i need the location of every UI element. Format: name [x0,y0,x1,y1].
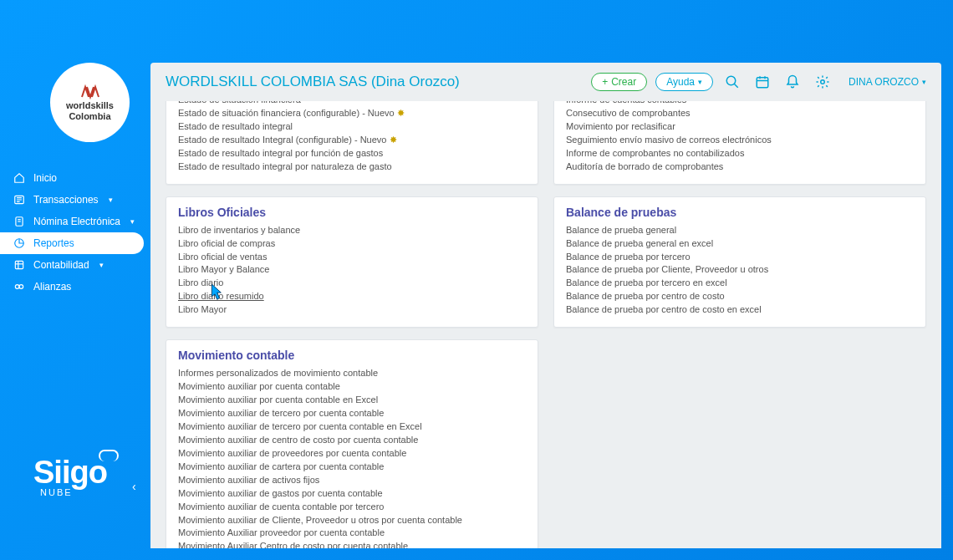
help-button[interactable]: Ayuda ▾ [655,73,713,91]
report-link[interactable]: Movimiento Auxiliar proveedor por cuenta… [178,527,526,540]
report-link[interactable]: Informe de cuentas contables [566,101,914,107]
svg-point-9 [19,285,23,289]
report-link[interactable]: Libro de inventarios y balance [178,224,526,237]
card-list: Informe de cuentas contablesConsecutivo … [566,101,914,174]
report-link-label: Estado de resultado integral [178,121,293,131]
calendar-icon[interactable] [752,71,773,93]
report-link[interactable]: Libro diario resumido [178,290,526,303]
report-link-label: Movimiento auxiliar de gastos por cuenta… [178,488,383,498]
report-link[interactable]: Informes personalizados de movimiento co… [178,367,526,380]
collapse-sidebar-icon[interactable]: ‹ [132,480,136,493]
card-list: Libro de inventarios y balanceLibro ofic… [178,224,526,318]
sidebar-item-label: Alianzas [33,281,71,293]
report-link-label: Libro diario [178,277,223,288]
chevron-down-icon: ▾ [130,217,135,226]
report-card: Balance de pruebasBalance de prueba gene… [553,196,926,328]
report-link[interactable]: Libro oficial de ventas [178,251,526,264]
create-button[interactable]: + Crear [591,73,647,91]
report-link[interactable]: Balance de prueba por centro de costo [566,290,914,303]
sidebar-item-contabilidad[interactable]: Contabilidad▾ [0,254,150,276]
report-link[interactable]: Balance de prueba general en excel [566,237,914,251]
report-link[interactable]: Movimiento auxiliar de activos fijos [178,474,526,487]
report-link[interactable]: Movimiento auxiliar de gastos por cuenta… [178,487,526,501]
report-link[interactable]: Balance de prueba por tercero en excel [566,277,914,290]
svg-point-8 [15,285,19,289]
alliances-icon [13,281,25,293]
report-link[interactable]: Libro oficial de compras [178,237,526,251]
content: FinancierosEstado de situación financier… [150,101,941,548]
org-logo: worldskillsColombia [50,63,130,142]
logo-text-2: Colombia [69,111,110,121]
sidebar-item-label: Inicio [33,172,57,184]
report-link[interactable]: Balance de prueba general [566,224,914,237]
home-icon [13,172,25,184]
new-star-icon: ✸ [395,108,405,118]
report-link-label: Balance de prueba general [566,225,676,235]
report-link[interactable]: Estado de resultado integral [178,120,526,134]
report-link[interactable]: Libro diario [178,277,526,290]
report-link-label: Estado de situación financiera [178,101,301,104]
report-link-label: Movimiento auxiliar de tercero por cuent… [178,421,422,431]
report-link-label: Movimiento auxiliar por cuenta contable [178,381,340,391]
sidebar-item-label: Transacciones [33,194,99,206]
sidebar-item-label: Nómina Electrónica [33,216,120,227]
report-link-label: Estado de resultado integral por función… [178,148,383,158]
report-link[interactable]: Libro Mayor y Balance [178,263,526,277]
report-link[interactable]: Estado de situación financiera [178,101,526,107]
cloud-icon [99,450,119,461]
report-link-label: Movimiento auxiliar de cuenta contable p… [178,501,384,512]
report-link[interactable]: Movimiento auxiliar de cartera por cuent… [178,461,526,474]
sidebar-item-transacciones[interactable]: Transacciones▾ [0,189,150,211]
report-link[interactable]: Movimiento auxiliar de proveedores por c… [178,447,526,461]
report-link[interactable]: Libro Mayor [178,303,526,317]
payroll-icon [13,216,25,227]
report-link[interactable]: Movimiento auxiliar de Cliente, Proveedo… [178,514,526,527]
report-link[interactable]: Movimiento por reclasificar [566,120,914,134]
sidebar-item-alianzas[interactable]: Alianzas [0,276,150,298]
report-link[interactable]: Movimiento auxiliar por cuenta contable … [178,394,526,407]
brand-name: Siigo [33,455,107,491]
report-link-label: Movimiento auxiliar de tercero por cuent… [178,408,384,418]
report-link-label: Libro de inventarios y balance [178,225,300,235]
sidebar-item-nómina-electrónica[interactable]: Nómina Electrónica▾ [0,211,150,232]
sidebar-item-inicio[interactable]: Inicio [0,167,150,189]
report-link[interactable]: Balance de prueba por tercero [566,251,914,264]
sidebar-item-reportes[interactable]: Reportes [0,232,144,254]
user-menu[interactable]: DINA OROZCO ▾ [842,76,926,88]
report-link[interactable]: Movimiento auxiliar por cuenta contable [178,380,526,394]
report-link[interactable]: Movimiento auxiliar de cuenta contable p… [178,501,526,514]
report-card: FinancierosEstado de situación financier… [166,101,538,185]
bell-icon[interactable] [782,71,803,93]
report-link-label: Balance de prueba por centro de costo en… [566,304,762,314]
report-card: Movimiento contableInformes personalizad… [166,339,538,548]
chevron-down-icon: ▾ [698,78,702,86]
report-link[interactable]: Movimiento auxiliar de tercero por cuent… [178,407,526,420]
report-link[interactable]: Movimiento auxiliar de centro de costo p… [178,434,526,447]
report-link-label: Balance de prueba por Cliente, Proveedor… [566,264,768,274]
report-link[interactable]: Estado de resultado integral por natural… [178,160,526,174]
sidebar-item-label: Contabilidad [33,259,89,271]
report-link-label: Estado de situación financiera (configur… [178,108,395,118]
page-title: WORDLSKILL COLOMBIA SAS (Dina Orozco) [166,74,460,90]
search-icon[interactable] [721,71,743,93]
report-link[interactable]: Balance de prueba por centro de costo en… [566,303,914,317]
report-link-label: Informe de comprobantes no contabilizado… [566,148,744,158]
new-star-icon: ✸ [386,135,396,145]
report-link[interactable]: Seguimiento envío masivo de correos elec… [566,134,914,147]
report-link[interactable]: Balance de prueba por Cliente, Proveedor… [566,263,914,277]
report-link[interactable]: Estado de resultado Integral (configurab… [178,134,526,147]
report-link[interactable]: Consecutivo de comprobantes [566,107,914,120]
report-link[interactable]: Movimiento Auxiliar Centro de costo por … [178,540,526,548]
svg-rect-12 [757,78,768,88]
report-link[interactable]: Estado de situación financiera (configur… [178,107,526,120]
report-link[interactable]: Estado de resultado integral por función… [178,147,526,160]
logo-text-1: worldskills [66,100,114,110]
svg-point-10 [726,76,736,85]
report-link[interactable]: Auditoría de borrado de comprobantes [566,160,914,174]
report-link-label: Libro oficial de compras [178,238,275,248]
report-link[interactable]: Informe de comprobantes no contabilizado… [566,147,914,160]
report-link-label: Informe de cuentas contables [566,101,686,104]
report-link-label: Movimiento auxiliar de cartera por cuent… [178,461,384,471]
gear-icon[interactable] [812,71,833,93]
report-link[interactable]: Movimiento auxiliar de tercero por cuent… [178,420,526,434]
